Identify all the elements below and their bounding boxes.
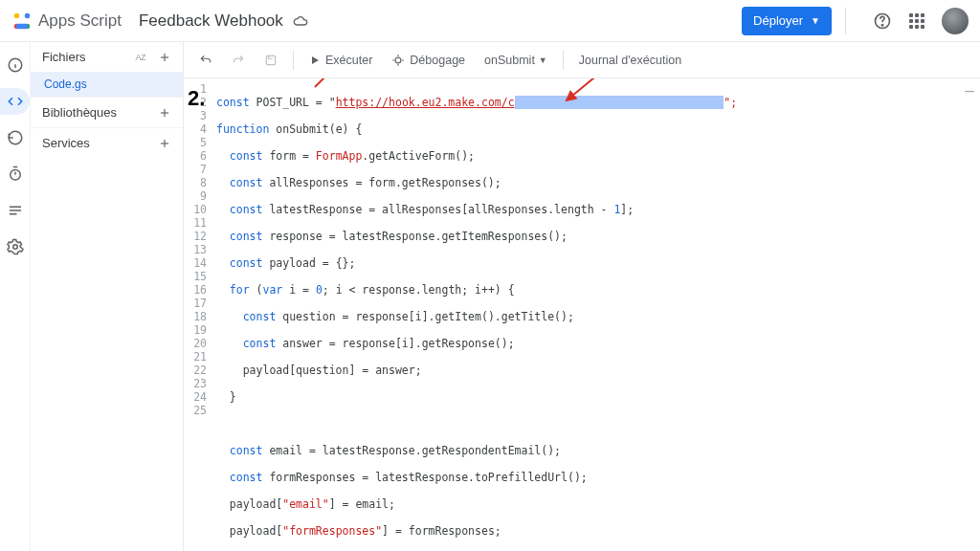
sidebar-files-header: Fichiers AZ bbox=[31, 42, 183, 72]
svg-rect-4 bbox=[16, 23, 29, 29]
svg-point-2 bbox=[25, 12, 31, 18]
line-gutter: 1234567891011121314151617181920212223242… bbox=[184, 78, 212, 551]
save-button[interactable] bbox=[258, 50, 283, 71]
svg-point-1 bbox=[14, 12, 20, 18]
chevron-down-icon: ▼ bbox=[811, 15, 820, 26]
header-divider bbox=[845, 8, 846, 34]
code-content[interactable]: const POST_URL = "https://hook.eu2.make.… bbox=[212, 78, 980, 551]
annotation-2: 2. bbox=[188, 92, 205, 105]
rail-history-icon[interactable] bbox=[4, 126, 27, 149]
run-button[interactable]: Exécuter bbox=[303, 50, 378, 71]
sidebar-libraries-label: Bibliothèques bbox=[42, 105, 117, 120]
sidebar-services-label: Services bbox=[42, 136, 90, 150]
svg-point-25 bbox=[395, 57, 401, 63]
app-header: Apps Script Feedback Webhook Déployer ▼ bbox=[0, 0, 980, 42]
chevron-down-icon: ▼ bbox=[539, 55, 547, 65]
annotation-arrow-2 bbox=[247, 78, 351, 108]
rail-settings-icon[interactable] bbox=[4, 235, 27, 258]
deploy-label: Déployer bbox=[753, 13, 803, 28]
product-name: Apps Script bbox=[38, 11, 122, 31]
annotation-arrow-1 bbox=[496, 78, 610, 121]
svg-marker-24 bbox=[312, 56, 319, 64]
rail-executions-icon[interactable] bbox=[4, 199, 27, 222]
function-selector[interactable]: onSubmit▼ bbox=[479, 50, 553, 71]
rail-triggers-icon[interactable] bbox=[4, 163, 27, 186]
editor-toolbar: Exécuter Débogage onSubmit▼ Journal d'ex… bbox=[184, 42, 980, 78]
svg-line-30 bbox=[567, 78, 605, 100]
project-name[interactable]: Feedback Webhook bbox=[139, 11, 283, 31]
code-editor[interactable]: — 12345678910111213141516171819202122232… bbox=[184, 78, 980, 551]
editor-column: Exécuter Débogage onSubmit▼ Journal d'ex… bbox=[184, 42, 980, 551]
debug-button[interactable]: Débogage bbox=[386, 50, 471, 71]
svg-point-16 bbox=[12, 245, 17, 250]
logo-wrap: Apps Script bbox=[11, 11, 122, 32]
cloud-status-icon bbox=[293, 13, 308, 29]
help-icon[interactable] bbox=[871, 10, 894, 33]
rail-overview-icon[interactable] bbox=[4, 54, 27, 77]
add-file-icon[interactable] bbox=[158, 51, 171, 64]
sidebar-libraries-header[interactable]: Bibliothèques bbox=[31, 98, 183, 127]
undo-button[interactable] bbox=[193, 50, 218, 71]
deploy-button[interactable]: Déployer ▼ bbox=[742, 7, 832, 35]
sort-az-icon[interactable]: AZ bbox=[132, 51, 148, 64]
rail-editor-icon[interactable] bbox=[4, 90, 27, 113]
user-avatar[interactable] bbox=[942, 8, 969, 34]
left-rail bbox=[0, 42, 31, 551]
apps-grid-icon[interactable] bbox=[905, 10, 928, 33]
sidebar-files-label: Fichiers bbox=[42, 50, 86, 64]
redo-button[interactable] bbox=[226, 50, 251, 71]
apps-script-logo-icon bbox=[11, 11, 33, 32]
svg-line-31 bbox=[315, 78, 344, 87]
svg-rect-23 bbox=[266, 55, 275, 64]
svg-point-6 bbox=[881, 24, 882, 25]
add-library-icon[interactable] bbox=[158, 106, 171, 120]
file-code-gs[interactable]: Code.gs bbox=[31, 72, 183, 97]
add-service-icon[interactable] bbox=[158, 137, 171, 150]
files-sidebar: Fichiers AZ Code.gs Bibliothèques Servic… bbox=[31, 42, 184, 551]
execution-log-button[interactable]: Journal d'exécution bbox=[573, 50, 687, 71]
sidebar-services-header[interactable]: Services bbox=[31, 128, 183, 158]
